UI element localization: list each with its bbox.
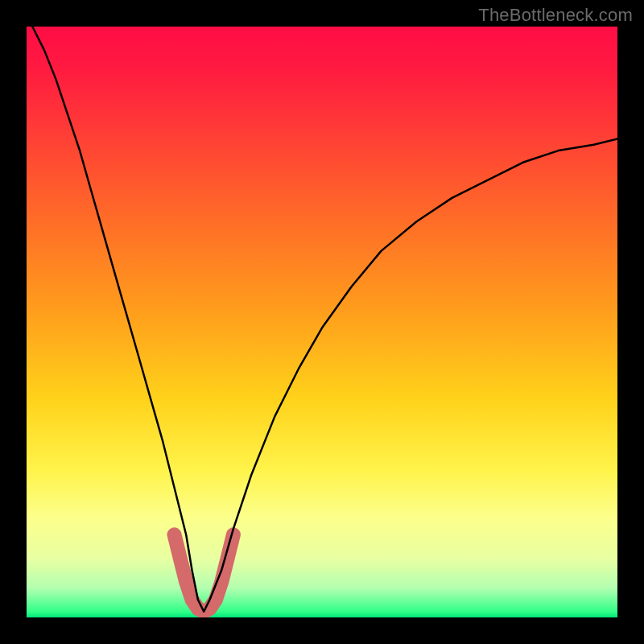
curve-layer	[27, 27, 617, 617]
watermark-label: TheBottleneck.com	[478, 5, 633, 26]
bottleneck-curve-path	[32, 27, 617, 612]
plot-area	[27, 27, 617, 617]
chart-frame: TheBottleneck.com	[0, 0, 644, 644]
valley-highlight-path	[175, 535, 233, 612]
